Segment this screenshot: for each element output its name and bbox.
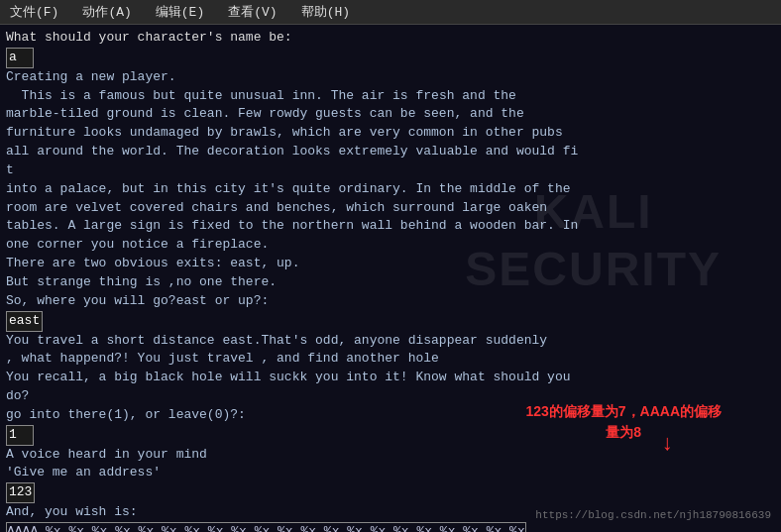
input-direction[interactable]: east	[6, 311, 43, 332]
line-inn-2: marble-tiled ground is clean. Few rowdy …	[6, 105, 775, 124]
input-choice[interactable]: 1	[6, 425, 34, 446]
line-name-prompt: What should your character's name be:	[6, 29, 775, 48]
line-inn-6: into a palace, but in this city it's qui…	[6, 180, 775, 199]
menu-view[interactable]: 查看(V)	[224, 2, 280, 22]
line-inn-4: all around the world. The decoration loo…	[6, 143, 775, 161]
menubar: 文件(F) 动作(A) 编辑(E) 查看(V) 帮助(H)	[0, 0, 781, 25]
annotation-text: 123的偏移量为7，AAAA的偏移量为8	[525, 401, 722, 443]
line-travel-2: , what happend?! You just travel , and f…	[6, 350, 775, 369]
line-where: So, where you will go?east or up?:	[6, 292, 775, 311]
line-voice: A voice heard in your mind	[6, 446, 775, 465]
line-inn-8: tables. A large sign is fixed to the nor…	[6, 217, 775, 236]
line-inn-3: furniture looks undamaged by brawls, whi…	[6, 124, 775, 143]
line-strange: But strange thing is ,no one there.	[6, 273, 775, 292]
watermark: https://blog.csdn.net/njh18790816639	[535, 508, 771, 524]
line-inn-9: one corner you notice a fireplace.	[6, 236, 775, 255]
line-inn-7: room are velvet covered chairs and bench…	[6, 199, 775, 218]
input-wish[interactable]: AAAA.%x.%x.%x.%x.%x.%x.%x.%x.%x.%x.%x.%x…	[6, 522, 526, 532]
menu-file[interactable]: 文件(F)	[6, 2, 62, 22]
line-address-prompt: 'Give me an address'	[6, 464, 775, 482]
main-window: 文件(F) 动作(A) 编辑(E) 查看(V) 帮助(H) KALISECURI…	[0, 0, 781, 532]
annotation-arrow: ↓	[661, 429, 674, 461]
line-east-input: east	[6, 311, 775, 332]
line-travel-1: You travel a short distance east.That's …	[6, 332, 775, 351]
line-address-input: 123	[6, 482, 775, 503]
line-exits: There are two obvious exits: east, up.	[6, 255, 775, 273]
line-name-input: a	[6, 48, 775, 68]
line-creating: Creating a new player.	[6, 68, 775, 87]
menu-action[interactable]: 动作(A)	[78, 2, 135, 22]
input-address[interactable]: 123	[6, 482, 35, 503]
line-travel-3: You recall, a big black hole will suckk …	[6, 369, 775, 387]
menu-edit[interactable]: 编辑(E)	[152, 2, 208, 22]
input-name[interactable]: a	[6, 48, 34, 68]
line-inn-5: t	[6, 161, 775, 180]
terminal-content: KALISECURITY What should your character'…	[0, 25, 781, 532]
line-inn-1: This is a famous but quite unusual inn. …	[6, 87, 775, 106]
menu-help[interactable]: 帮助(H)	[297, 2, 354, 22]
